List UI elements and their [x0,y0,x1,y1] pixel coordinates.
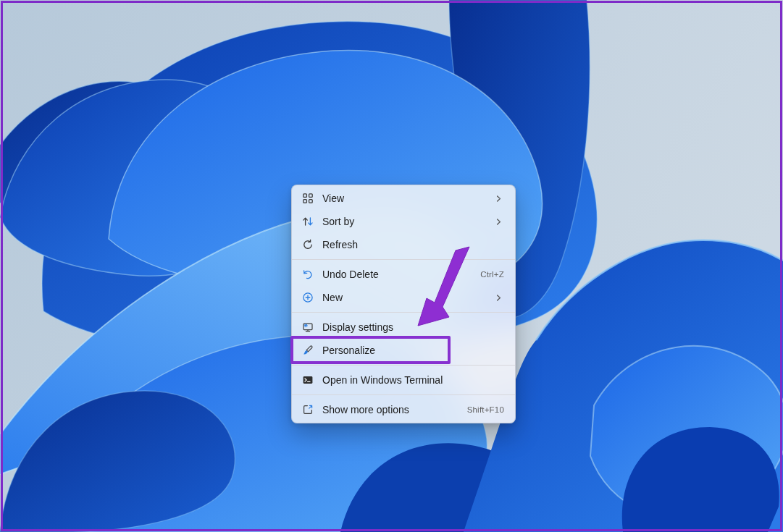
shortcut-label: Shift+F10 [467,405,504,414]
shortcut-label: Ctrl+Z [480,270,504,279]
menu-separator [292,312,515,313]
menu-item-label: Show more options [322,404,409,415]
menu-item-sort-by[interactable]: Sort by [292,210,515,233]
sort-by-icon [302,216,314,227]
show-more-options-icon [302,404,314,415]
menu-item-label: Personalize [322,345,375,356]
menu-item-new[interactable]: New [292,286,515,309]
personalize-icon [302,345,314,356]
menu-item-label: View [322,193,344,204]
view-grid-icon [302,193,314,204]
menu-item-open-in-windows-terminal[interactable]: Open in Windows Terminal [292,368,515,392]
menu-item-label: Sort by [322,216,354,227]
menu-item-label: Refresh [322,239,358,250]
menu-item-refresh[interactable]: Refresh [292,233,515,256]
new-item-icon [302,292,314,303]
menu-item-label: Display settings [322,321,393,333]
menu-separator [292,259,515,260]
submenu-chevron-icon [493,193,504,204]
menu-item-display-settings[interactable]: Display settings [292,316,515,339]
menu-item-label: New [322,292,343,303]
refresh-icon [302,239,314,250]
submenu-chevron-icon [493,216,504,227]
menu-item-show-more-options[interactable]: Show more options Shift+F10 [292,398,515,421]
menu-item-undo-delete[interactable]: Undo Delete Ctrl+Z [292,263,515,286]
menu-item-label: Undo Delete [322,269,379,280]
menu-separator [292,365,515,366]
menu-item-personalize[interactable]: Personalize [292,339,515,362]
undo-icon [302,269,314,280]
submenu-chevron-icon [493,292,504,303]
menu-separator [292,394,515,395]
menu-item-label: Open in Windows Terminal [322,374,443,386]
windows-terminal-icon [302,374,314,386]
display-settings-icon [302,321,314,333]
desktop-context-menu: View Sort by Refresh Undo De [291,185,516,423]
menu-item-view[interactable]: View [292,187,515,210]
screenshot-root: View Sort by Refresh Undo De [0,0,783,532]
